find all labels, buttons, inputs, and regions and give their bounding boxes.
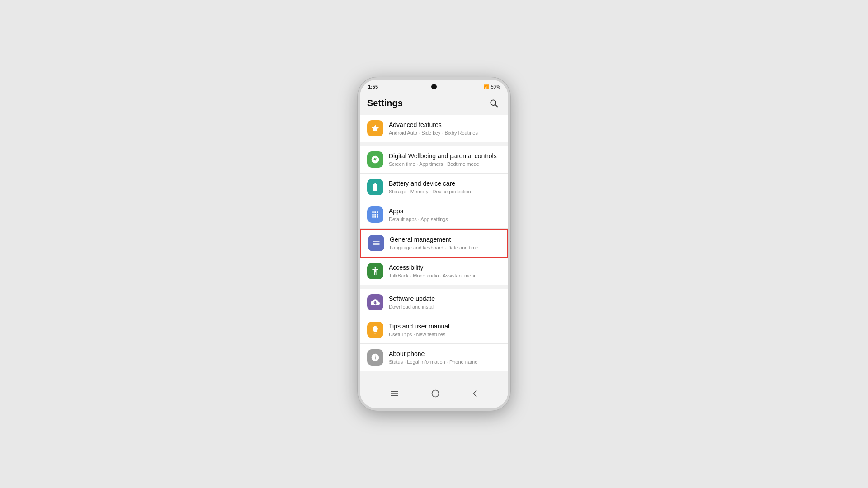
battery-title: Battery and device care	[389, 179, 501, 188]
svg-point-6	[432, 390, 439, 397]
settings-item-general-management[interactable]: General management Language and keyboard…	[360, 229, 508, 258]
advanced-features-title: Advanced features	[389, 121, 501, 129]
general-management-icon	[368, 235, 384, 251]
settings-item-about-phone[interactable]: About phone Status · Legal information ·…	[360, 344, 508, 371]
software-update-subtitle: Download and install	[389, 304, 501, 310]
about-phone-subtitle: Status · Legal information · Phone name	[389, 359, 501, 365]
svg-line-1	[495, 105, 498, 107]
home-button[interactable]	[427, 387, 443, 402]
back-button[interactable]	[468, 387, 482, 402]
phone-screen: 1:55 📶 50% Settings	[360, 80, 508, 408]
settings-list: Advanced features Android Auto · Side ke…	[360, 115, 508, 383]
settings-item-digital-wellbeing[interactable]: Digital Wellbeing and parental controls …	[360, 146, 508, 174]
general-management-title: General management	[390, 235, 500, 244]
software-update-text: Software update Download and install	[389, 295, 501, 310]
advanced-features-subtitle: Android Auto · Side key · Bixby Routines	[389, 130, 501, 136]
app-title: Settings	[367, 98, 403, 108]
settings-item-battery[interactable]: Battery and device care Storage · Memory…	[360, 174, 508, 201]
settings-item-advanced-features[interactable]: Advanced features Android Auto · Side ke…	[360, 115, 508, 142]
settings-item-accessibility[interactable]: Accessibility TalkBack · Mono audio · As…	[360, 258, 508, 285]
apps-icon	[367, 206, 383, 223]
settings-item-apps[interactable]: Apps Default apps · App settings	[360, 201, 508, 229]
battery-text: Battery and device care Storage · Memory…	[389, 179, 501, 195]
advanced-features-text: Advanced features Android Auto · Side ke…	[389, 121, 501, 136]
app-header: Settings	[360, 92, 508, 115]
about-phone-icon	[367, 349, 383, 366]
divider-2	[360, 285, 508, 289]
apps-subtitle: Default apps · App settings	[389, 216, 501, 222]
about-phone-text: About phone Status · Legal information ·…	[389, 350, 501, 365]
bottom-nav	[360, 383, 508, 408]
digital-wellbeing-title: Digital Wellbeing and parental controls	[389, 152, 501, 160]
status-icons: 📶 50%	[484, 84, 500, 89]
accessibility-title: Accessibility	[389, 263, 501, 272]
settings-item-tips[interactable]: Tips and user manual Useful tips · New f…	[360, 316, 508, 344]
digital-wellbeing-subtitle: Screen time · App timers · Bedtime mode	[389, 161, 501, 167]
digital-wellbeing-text: Digital Wellbeing and parental controls …	[389, 152, 501, 167]
tips-title: Tips and user manual	[389, 322, 501, 330]
battery-icon-item	[367, 179, 383, 195]
digital-wellbeing-icon	[367, 151, 383, 168]
advanced-features-icon	[367, 120, 383, 136]
tips-icon	[367, 322, 383, 338]
wifi-icon: 📶	[484, 84, 489, 89]
general-management-text: General management Language and keyboard…	[390, 235, 500, 251]
about-phone-title: About phone	[389, 350, 501, 358]
search-button[interactable]	[486, 96, 501, 110]
software-update-title: Software update	[389, 295, 501, 303]
software-update-icon	[367, 294, 383, 310]
apps-text: Apps Default apps · App settings	[389, 207, 501, 222]
settings-item-software-update[interactable]: Software update Download and install	[360, 289, 508, 316]
battery-subtitle: Storage · Memory · Device protection	[389, 188, 501, 195]
phone-frame: 1:55 📶 50% Settings	[357, 77, 511, 411]
divider-1	[360, 142, 508, 146]
tips-subtitle: Useful tips · New features	[389, 331, 501, 338]
camera-notch	[431, 84, 437, 89]
svg-marker-2	[372, 125, 379, 132]
accessibility-text: Accessibility TalkBack · Mono audio · As…	[389, 263, 501, 279]
status-time: 1:55	[368, 84, 378, 89]
apps-title: Apps	[389, 207, 501, 215]
accessibility-icon	[367, 263, 383, 279]
tips-text: Tips and user manual Useful tips · New f…	[389, 322, 501, 338]
general-management-subtitle: Language and keyboard · Date and time	[390, 244, 500, 251]
battery-icon: 50%	[491, 84, 500, 89]
recents-button[interactable]	[386, 388, 402, 401]
accessibility-subtitle: TalkBack · Mono audio · Assistant menu	[389, 272, 501, 279]
